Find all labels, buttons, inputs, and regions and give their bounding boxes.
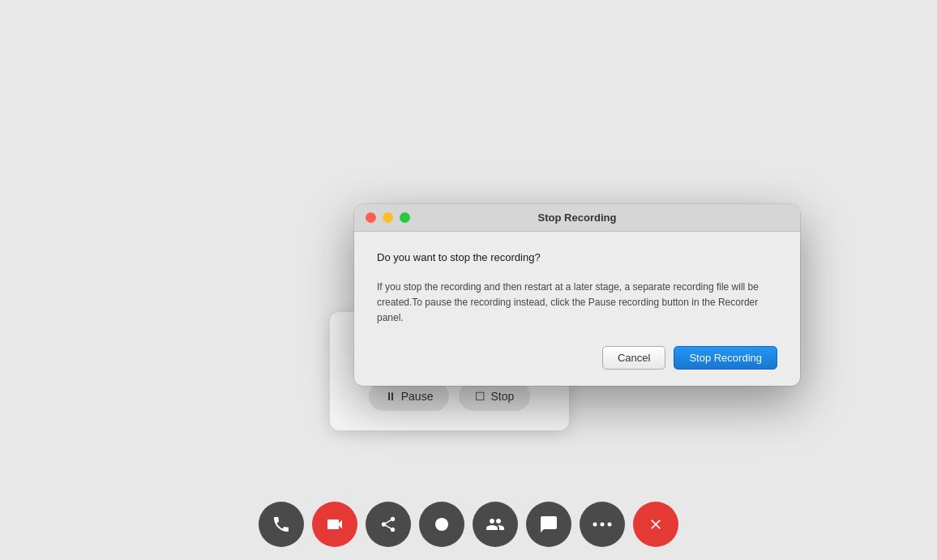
video-button[interactable] xyxy=(312,502,357,547)
svg-point-3 xyxy=(608,523,612,527)
cancel-button[interactable]: Cancel xyxy=(602,346,665,370)
chat-icon xyxy=(539,515,558,534)
stop-button[interactable]: ☐ Stop xyxy=(459,382,530,411)
titlebar-buttons xyxy=(366,212,410,223)
participants-icon xyxy=(486,515,505,534)
close-button[interactable] xyxy=(366,212,376,223)
pause-button[interactable]: ⏸ Pause xyxy=(369,382,450,411)
recorder-controls: ⏸ Pause ☐ Stop xyxy=(349,382,550,411)
maximize-button[interactable] xyxy=(400,212,410,223)
dialog-info: If you stop the recording and then resta… xyxy=(377,280,777,327)
record-icon xyxy=(432,515,451,534)
dialog-body: Do you want to stop the recording? If yo… xyxy=(354,232,800,386)
svg-point-0 xyxy=(435,518,448,531)
more-button[interactable] xyxy=(580,502,625,547)
dialog-titlebar: Stop Recording xyxy=(354,204,800,232)
pause-icon: ⏸ xyxy=(385,390,396,403)
svg-point-1 xyxy=(593,523,597,527)
share-button[interactable] xyxy=(366,502,411,547)
stop-recording-dialog: Stop Recording Do you want to stop the r… xyxy=(354,204,800,386)
dialog-actions: Cancel Stop Recording xyxy=(377,346,777,370)
stop-icon: ☐ xyxy=(475,390,486,403)
more-icon xyxy=(593,522,612,527)
minimize-button[interactable] xyxy=(383,212,393,223)
phone-button[interactable] xyxy=(259,502,304,547)
participants-button[interactable] xyxy=(473,502,518,547)
stop-recording-button[interactable]: Stop Recording xyxy=(674,346,777,370)
svg-point-2 xyxy=(601,523,605,527)
bottom-toolbar xyxy=(259,502,678,547)
record-button[interactable] xyxy=(419,502,464,547)
video-icon xyxy=(325,515,344,534)
share-icon xyxy=(379,515,397,533)
phone-icon xyxy=(272,515,291,534)
end-button[interactable] xyxy=(633,502,678,547)
end-icon xyxy=(648,516,664,532)
chat-button[interactable] xyxy=(526,502,571,547)
dialog-question: Do you want to stop the recording? xyxy=(377,251,777,263)
dialog-title: Stop Recording xyxy=(538,212,617,224)
